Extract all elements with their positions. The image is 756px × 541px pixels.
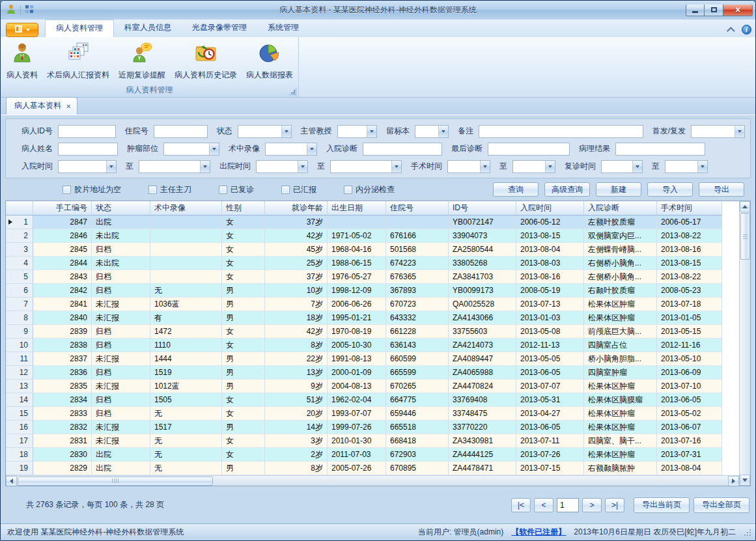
combo-dropdown-button[interactable] bbox=[438, 126, 448, 137]
horizontal-scrollbar[interactable] bbox=[6, 475, 739, 486]
row-number-cell[interactable]: 17 bbox=[6, 434, 33, 448]
table-row[interactable]: 102838归档1110女8岁2005-10-30636143ZA4214073… bbox=[6, 339, 739, 352]
search-combo-术中录像[interactable] bbox=[265, 143, 317, 156]
column-header-入院时间[interactable]: 入院时间 bbox=[516, 201, 584, 215]
table-row[interactable]: 132835未汇报1012蓝男9岁2004-08-13670265ZA44708… bbox=[6, 380, 739, 393]
action-button-导入[interactable]: 导入 bbox=[647, 182, 693, 197]
filter-checkbox[interactable]: 胶片地址为空 bbox=[63, 184, 121, 195]
search-combo-入院时间[interactable] bbox=[58, 160, 117, 173]
action-button-导出[interactable]: 导出 bbox=[699, 182, 744, 197]
row-number-cell[interactable]: 4 bbox=[6, 257, 33, 270]
action-button-新建[interactable]: 新建 bbox=[596, 182, 641, 197]
search-field-住院号[interactable] bbox=[154, 125, 208, 138]
scroll-right-button[interactable] bbox=[728, 476, 739, 486]
resize-grip[interactable] bbox=[744, 529, 751, 536]
search-field-病人ID号[interactable] bbox=[58, 125, 116, 138]
combo-dropdown-button[interactable] bbox=[298, 161, 307, 173]
status-registered-link[interactable]: 【软件已注册】 bbox=[511, 527, 566, 538]
ribbon-button-history[interactable]: 病人资料历史记录 bbox=[170, 39, 242, 83]
column-header-术中录像[interactable]: 术中录像 bbox=[150, 201, 222, 215]
ribbon-button-calendar[interactable]: 术后病人汇报资料 bbox=[42, 39, 114, 83]
search-combo-出院时间[interactable] bbox=[256, 160, 308, 173]
row-number-cell[interactable]: 16 bbox=[6, 421, 33, 434]
table-row[interactable]: 142834归档1505女51岁1962-02-0466477533769408… bbox=[6, 393, 739, 407]
combo-dropdown-button[interactable] bbox=[632, 161, 642, 173]
checkbox-icon[interactable] bbox=[281, 186, 290, 194]
scroll-left-button[interactable] bbox=[6, 476, 17, 486]
action-button-高级查询[interactable]: 高级查询 bbox=[544, 182, 590, 197]
row-number-cell[interactable]: 14 bbox=[6, 393, 33, 407]
search-combo-至[interactable] bbox=[665, 160, 708, 173]
table-row[interactable]: 62842归档无男10岁1998-12-09367893YB0099173200… bbox=[6, 284, 739, 298]
row-number-cell[interactable]: 8 bbox=[6, 311, 33, 325]
export-all-pages-button[interactable]: 导出全部页 bbox=[693, 497, 749, 513]
info-icon[interactable]: i bbox=[742, 25, 751, 35]
table-row[interactable]: 172831未汇报无女3岁2010-01-30668418ZA343098120… bbox=[6, 434, 739, 448]
table-row[interactable]: 182830出院无女2岁2011-07-03672903ZA4444125201… bbox=[6, 448, 739, 462]
table-row[interactable]: 192829出院无男8岁2005-07-26670895ZA4478471201… bbox=[6, 462, 739, 475]
row-number-cell[interactable]: 11 bbox=[6, 352, 33, 366]
row-number-cell[interactable]: 19 bbox=[6, 462, 33, 475]
table-row[interactable]: 162832未汇报1517男14岁1999-07-266655183377022… bbox=[6, 421, 739, 434]
prev-page-button[interactable]: < bbox=[534, 498, 553, 512]
table-row[interactable]: 52843归档女37岁1976-05-27676365ZA38417032013… bbox=[6, 270, 739, 284]
row-number-cell[interactable]: 1 bbox=[6, 215, 33, 229]
combo-dropdown-button[interactable] bbox=[307, 143, 316, 155]
search-field-病人姓名[interactable] bbox=[58, 143, 118, 156]
dialog-launcher-icon[interactable] bbox=[289, 88, 296, 95]
layout-blocks-icon[interactable] bbox=[25, 5, 34, 16]
combo-dropdown-button[interactable] bbox=[367, 126, 376, 137]
search-combo-首发/复发[interactable] bbox=[691, 125, 745, 138]
doc-tab-close-icon[interactable]: × bbox=[66, 102, 70, 110]
doc-tab-patient-basic-info[interactable]: 病人基本资料 × bbox=[6, 97, 77, 115]
combo-dropdown-button[interactable] bbox=[106, 161, 116, 173]
table-row[interactable]: 22846未出院女42岁1971-05-02676166339040732013… bbox=[6, 229, 739, 243]
row-number-cell[interactable]: 15 bbox=[6, 407, 33, 421]
ribbon-tab[interactable]: 系统管理 bbox=[257, 20, 309, 37]
table-row[interactable]: 42844未出院女25岁1988-06-15674223338052682013… bbox=[6, 257, 739, 270]
combo-dropdown-button[interactable] bbox=[281, 126, 291, 137]
search-field-最后诊断[interactable] bbox=[488, 143, 570, 156]
column-header-ID号[interactable]: ID号 bbox=[449, 201, 516, 215]
combo-dropdown-button[interactable] bbox=[480, 161, 490, 173]
action-button-查询[interactable]: 查询 bbox=[493, 182, 539, 197]
collapse-ribbon-icon[interactable] bbox=[727, 27, 735, 35]
row-number-cell[interactable]: 10 bbox=[6, 339, 33, 352]
search-combo-至[interactable] bbox=[512, 160, 555, 173]
ribbon-button-patient[interactable]: 病人资料 bbox=[2, 39, 42, 83]
search-field-病理结果[interactable] bbox=[615, 143, 705, 156]
filter-checkbox[interactable]: 内分泌检查 bbox=[344, 184, 395, 195]
table-row[interactable]: 92839归档1472女42岁1970-08-19661228337556032… bbox=[6, 325, 739, 339]
horizontal-scroll-thumb[interactable] bbox=[18, 477, 213, 486]
table-row[interactable]: 72841未汇报1036蓝男7岁2006-06-26670723QA002552… bbox=[6, 298, 739, 311]
row-number-cell[interactable]: 12 bbox=[6, 366, 33, 380]
column-header-出生日期[interactable]: 出生日期 bbox=[328, 201, 386, 215]
ribbon-button-report[interactable]: 病人数据报表 bbox=[242, 39, 298, 83]
search-combo-留标本[interactable] bbox=[415, 125, 449, 138]
table-row[interactable]: 122836归档1519男13岁2000-01-09665599ZA406598… bbox=[6, 366, 739, 380]
row-number-cell[interactable]: 7 bbox=[6, 298, 33, 311]
checkbox-icon[interactable] bbox=[148, 186, 157, 194]
minimize-button[interactable] bbox=[686, 5, 705, 16]
ribbon-tab[interactable]: 光盘录像带管理 bbox=[182, 20, 257, 37]
scroll-up-button[interactable] bbox=[740, 201, 750, 212]
table-row[interactable]: 152833归档无女20岁1993-07-0765944633748475201… bbox=[6, 407, 739, 421]
combo-dropdown-button[interactable] bbox=[697, 161, 707, 173]
row-number-cell[interactable]: 2 bbox=[6, 229, 33, 243]
scroll-down-button[interactable] bbox=[740, 475, 750, 486]
filter-checkbox[interactable]: 主任主刀 bbox=[148, 184, 191, 195]
search-field-入院诊断[interactable] bbox=[363, 143, 442, 156]
search-combo-至[interactable] bbox=[330, 160, 402, 173]
row-number-cell[interactable]: 18 bbox=[6, 448, 33, 462]
table-row[interactable]: 32845归档女45岁1968-04-16501568ZA25805442013… bbox=[6, 243, 739, 257]
checkbox-icon[interactable] bbox=[63, 186, 71, 194]
row-number-cell[interactable]: 5 bbox=[6, 270, 33, 284]
combo-dropdown-button[interactable] bbox=[200, 161, 210, 173]
maximize-button[interactable] bbox=[705, 5, 723, 16]
next-page-button[interactable]: > bbox=[582, 498, 602, 512]
combo-dropdown-button[interactable] bbox=[545, 161, 555, 173]
checkbox-icon[interactable] bbox=[344, 186, 352, 194]
first-page-button[interactable]: |< bbox=[511, 498, 531, 512]
filter-checkbox[interactable]: 已汇报 bbox=[281, 184, 316, 195]
column-header-手工编号[interactable]: 手工编号 bbox=[33, 201, 92, 215]
